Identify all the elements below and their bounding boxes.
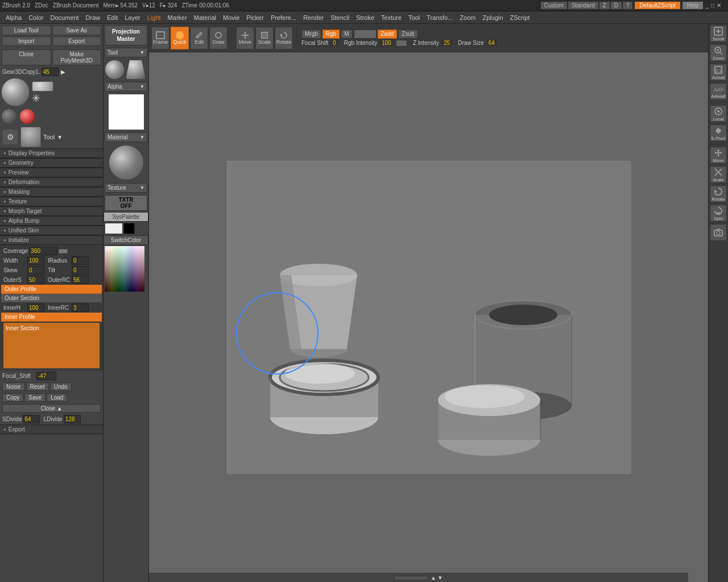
menu-edit[interactable]: Edit <box>104 13 121 22</box>
menu-color[interactable]: Color <box>25 13 47 22</box>
brush-alt1[interactable] <box>32 81 53 92</box>
deformation-section[interactable]: Deformation <box>0 177 103 187</box>
width-input[interactable] <box>27 256 44 265</box>
innerrc-input[interactable] <box>72 304 89 312</box>
inner-profile-section[interactable]: Inner Profile <box>1 313 102 322</box>
tool-section-btn[interactable]: Tool <box>105 48 147 57</box>
display-props-section[interactable]: Display Properties <box>0 148 103 158</box>
draw-size-val[interactable]: 64 <box>486 40 497 46</box>
focal-shift-val-tb[interactable]: 0 <box>330 40 338 46</box>
scroll-btn[interactable]: Scroll <box>710 25 727 42</box>
sphere-red[interactable] <box>19 109 35 124</box>
morph-target-section[interactable]: Morph Target <box>0 206 103 216</box>
rotate-btn[interactable]: Rotate <box>275 27 293 49</box>
tool-preview[interactable] <box>20 127 41 147</box>
spivot-btn[interactable]: S.Pivot <box>710 124 727 142</box>
z-intensity-val[interactable]: 25 <box>441 40 452 46</box>
menu-zscript[interactable]: ZScript <box>507 13 533 22</box>
rgb-intensity-slider[interactable] <box>396 40 407 47</box>
zadd-btn[interactable]: Zadd <box>378 30 398 39</box>
color-swatch-black[interactable] <box>123 223 135 234</box>
local-btn[interactable]: Local <box>710 105 727 122</box>
sys-palette-btn[interactable]: SysPalette <box>104 212 148 222</box>
menu-stencil[interactable]: Stencil <box>327 13 353 22</box>
menu-alpha[interactable]: Alpha <box>2 13 25 22</box>
close-btn[interactable]: ✕ <box>717 2 721 9</box>
actual-btn[interactable]: 1:1 Actual <box>710 64 727 81</box>
alpha-preview-box[interactable] <box>108 94 144 130</box>
help-btn[interactable]: Help <box>682 2 704 9</box>
outer-section-section[interactable]: Outer Section <box>1 294 102 303</box>
coverage-slider[interactable] <box>59 249 68 253</box>
skew-input[interactable] <box>27 266 44 275</box>
texture-section[interactable]: Texture <box>0 197 103 206</box>
export-bottom-section[interactable]: Export <box>0 425 103 434</box>
material-section-btn[interactable]: Material <box>105 132 147 142</box>
innerh-input[interactable] <box>27 304 44 312</box>
geometry-section[interactable]: Geometry <box>0 158 103 168</box>
rgb-slider[interactable] <box>354 30 377 39</box>
frame-btn[interactable]: Frame <box>151 27 169 49</box>
alpha-bump-section[interactable]: Alpha Bump <box>0 216 103 226</box>
scroll-thumb[interactable] <box>394 576 428 580</box>
close-bottom-btn[interactable]: Close ▲ <box>2 404 101 413</box>
tilt-input[interactable] <box>72 266 89 275</box>
sphere-dark[interactable] <box>1 109 17 124</box>
outerrc-input[interactable] <box>72 276 89 284</box>
main-brush-icon[interactable] <box>1 78 30 106</box>
masking-section[interactable]: Masking <box>0 187 103 197</box>
unified-skin-section[interactable]: Unified Skin <box>0 226 103 235</box>
outer-profile-section[interactable]: Outer Profile <box>1 285 102 294</box>
menu-draw[interactable]: Draw <box>82 13 104 22</box>
rotate-right-btn[interactable]: Rotate <box>710 185 727 202</box>
scroll-down-arrow[interactable]: ▼ <box>437 575 443 581</box>
iradius-input[interactable] <box>72 256 89 265</box>
menu-render[interactable]: Render <box>300 13 327 22</box>
initialize-section[interactable]: Initialize <box>0 235 103 245</box>
aahalf-btn[interactable]: AA½ AAHalf <box>710 83 727 100</box>
load-bottom-btn[interactable]: Load <box>47 393 67 402</box>
scale-btn[interactable]: Scale <box>255 27 274 49</box>
load-tool-btn[interactable]: Load Tool <box>2 26 51 35</box>
material-sphere[interactable] <box>109 146 143 180</box>
import-btn[interactable]: Import <box>2 36 51 46</box>
menu-zoom[interactable]: Zoom <box>456 13 479 22</box>
scale-right-btn[interactable]: Scale <box>710 166 727 183</box>
preview-section[interactable]: Preview <box>0 168 103 177</box>
outerseg-input[interactable] <box>27 276 44 284</box>
color-swatch-white[interactable] <box>105 223 123 234</box>
tool-arrow[interactable]: ▼ <box>57 134 63 140</box>
camera-btn[interactable] <box>710 224 727 241</box>
menu-tool[interactable]: Tool <box>405 13 423 22</box>
gear-icon[interactable]: ⚙ <box>2 129 18 145</box>
scroll-up-arrow[interactable]: ▲ <box>431 575 436 581</box>
menu-prefere[interactable]: Prefere... <box>267 13 300 22</box>
save-bottom-btn[interactable]: Save <box>24 393 46 402</box>
rgb-btn[interactable]: Rgb <box>322 30 340 39</box>
menu-light[interactable]: Light <box>144 13 164 22</box>
switch-color-btn[interactable]: SwitchColor <box>104 235 148 245</box>
menu-marker[interactable]: Marker <box>164 13 191 22</box>
zsub-btn[interactable]: Zsub <box>398 30 417 39</box>
minimize-btn[interactable]: _ <box>705 2 709 9</box>
mrgb-btn[interactable]: Mrgb <box>301 30 321 39</box>
standard-btn[interactable]: Standard <box>568 2 598 9</box>
m-btn[interactable]: M <box>341 30 352 39</box>
export-btn[interactable]: Export <box>52 36 102 46</box>
coverage-input[interactable] <box>29 247 57 255</box>
sdivide-input[interactable] <box>23 415 40 423</box>
clone-btn[interactable]: Clone <box>2 49 51 65</box>
menu-transfo[interactable]: Transfo... <box>423 13 456 22</box>
custom-btn[interactable]: Custom <box>541 2 567 9</box>
d-btn[interactable]: D <box>611 2 622 9</box>
default-script-btn[interactable]: DefaultZScript <box>635 2 680 9</box>
undo-btn[interactable]: Undo <box>50 383 72 391</box>
tool-icon-sphere[interactable] <box>105 60 125 80</box>
menu-document[interactable]: Document <box>47 13 82 22</box>
save-as-btn[interactable]: Save As <box>52 26 102 35</box>
move-right-btn[interactable]: Move <box>710 147 727 164</box>
noise-btn[interactable]: Noise <box>2 383 25 391</box>
gear3d-arrow[interactable]: ▶ <box>61 69 65 75</box>
edit-btn[interactable]: Edit <box>190 27 208 49</box>
focal-shift-input[interactable] <box>36 372 56 380</box>
